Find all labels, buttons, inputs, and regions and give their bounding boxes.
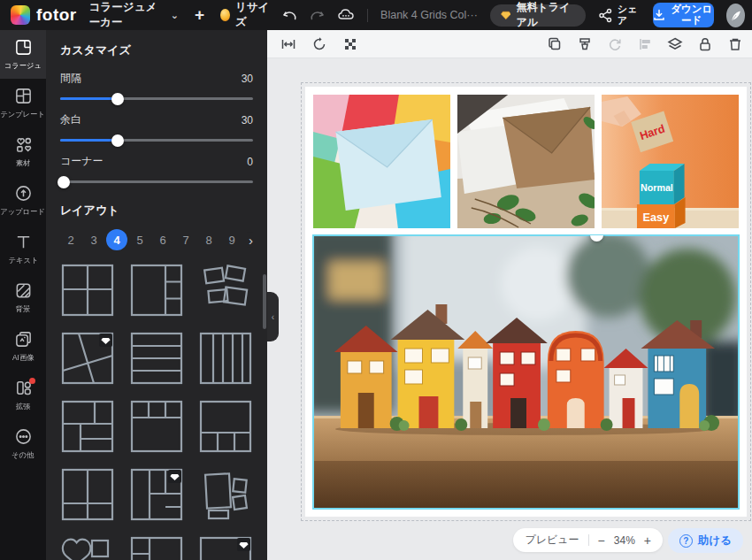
share-button[interactable]: シェア (598, 4, 641, 26)
layout-thumb-scatter[interactable] (198, 263, 253, 318)
undo-button[interactable] (282, 6, 297, 24)
premium-badge (99, 334, 112, 347)
rail-item-text[interactable]: テキスト (0, 225, 46, 273)
count-tab-8[interactable]: 8 (198, 229, 219, 250)
diamond-gem-icon (501, 10, 511, 21)
zoom-level: 34% (614, 534, 635, 547)
count-tab-5[interactable]: 5 (129, 229, 150, 250)
elements-icon (13, 135, 33, 155)
preview-button[interactable]: プレビュー (525, 533, 579, 548)
canvas-region: Hard Normal Easy (267, 30, 752, 560)
layout-thumb-rows-4[interactable] (129, 331, 184, 386)
collage-canvas[interactable]: Hard Normal Easy (305, 87, 747, 517)
document-title[interactable]: Blank 4 Grids Col··· (380, 9, 478, 21)
zoom-in-button[interactable]: + (644, 533, 651, 548)
duplicate-icon[interactable] (546, 35, 563, 52)
count-tab-2[interactable]: 2 (60, 229, 81, 250)
margin-value: 30 (242, 114, 253, 127)
counts-next-arrow[interactable]: › (247, 233, 253, 248)
spacing-slider-thumb[interactable] (111, 93, 124, 105)
count-tab-3[interactable]: 3 (83, 229, 104, 250)
collage-cell-envelopes[interactable] (313, 95, 450, 228)
redo-step-icon (606, 35, 623, 52)
layout-thumb-big-left[interactable] (129, 263, 184, 318)
rail-label: テキスト (8, 255, 38, 265)
background-icon (13, 281, 33, 301)
collage-cell-blocks[interactable]: Hard Normal Easy (602, 95, 739, 228)
rail-item-apps[interactable]: 拡張 (0, 371, 46, 419)
corner-label: コーナー (60, 154, 104, 169)
cloud-sync-icon[interactable] (337, 6, 355, 24)
layout-thumb-freeform[interactable] (198, 467, 253, 522)
customize-title: カスタマイズ (60, 42, 253, 58)
free-trial-button[interactable]: 無料トライアル (490, 4, 586, 27)
layout-thumb-columns[interactable] (198, 331, 253, 386)
collage-cell-houses[interactable] (313, 235, 739, 509)
layout-thumb-heart[interactable] (60, 535, 115, 560)
layout-thumb-grid-2x2[interactable] (60, 263, 115, 318)
download-icon (653, 9, 665, 21)
panel-scrollbar[interactable] (263, 274, 266, 329)
zoom-divider (588, 534, 589, 546)
share-icon (598, 8, 613, 23)
download-button[interactable]: ダウンロード (653, 3, 714, 27)
count-tab-4[interactable]: 4 (106, 229, 127, 250)
zoom-out-button[interactable]: − (598, 533, 605, 548)
layout-thumb-big-top[interactable] (198, 535, 253, 560)
layout-thumb-mosaic[interactable] (60, 399, 115, 454)
transparency-icon[interactable] (341, 35, 358, 52)
margin-slider-thumb[interactable] (111, 134, 124, 147)
rotate-icon[interactable] (311, 35, 327, 52)
layout-thumbnails (60, 263, 253, 560)
rail-label: AI画像 (12, 352, 34, 363)
spacing-slider[interactable] (60, 97, 253, 100)
count-tab-7[interactable]: 7 (175, 229, 196, 250)
corner-slider-thumb[interactable] (58, 176, 70, 188)
format-paint-icon[interactable] (576, 35, 593, 52)
collage-cell-kraft-envelope[interactable] (457, 95, 595, 228)
layout-thumb-diagonal[interactable] (60, 331, 115, 386)
rail-item-templates[interactable]: テンプレート (0, 79, 46, 127)
rail-label: 拡張 (16, 401, 31, 411)
topbar-divider (367, 9, 368, 22)
resize-button[interactable]: リサイズ (220, 0, 270, 30)
app-menu-dropdown[interactable]: コラージュメーカー ⌄ (89, 0, 179, 30)
rail-item-background[interactable]: 背景 (0, 273, 46, 322)
fotor-logo[interactable]: fotor (11, 5, 77, 25)
layout-thumb-bottom-strip[interactable] (198, 399, 253, 454)
redo-button[interactable] (310, 6, 325, 24)
avatar[interactable] (726, 4, 745, 27)
artboard[interactable]: Hard Normal Easy (301, 82, 751, 521)
corner-slider[interactable] (60, 180, 253, 183)
left-rail: コラージュ テンプレート 素材 アップロード テキスト 背景 AI画像 拡張 そ… (0, 30, 46, 560)
new-project-button[interactable]: + (191, 5, 208, 25)
fotor-logo-text: fotor (36, 5, 77, 25)
download-label: ダウンロード (670, 4, 714, 27)
lock-icon[interactable] (696, 35, 713, 52)
rail-item-collage[interactable]: コラージュ (0, 30, 46, 79)
left-panel: カスタマイズ 間隔 30 余白 30 コーナー 0 (46, 30, 267, 560)
question-icon: ? (679, 534, 693, 548)
block-label-normal: Normal (641, 182, 673, 193)
layout-thumb-2col-split[interactable] (60, 467, 115, 522)
layout-thumb-top-strip[interactable] (129, 399, 184, 454)
count-tab-6[interactable]: 6 (152, 229, 173, 250)
rail-item-more[interactable]: その他 (0, 419, 46, 468)
margin-label: 余白 (60, 112, 81, 127)
panel-collapse-tab[interactable]: ‹ (267, 292, 279, 341)
rail-item-ai-image[interactable]: AI画像 (0, 322, 46, 371)
rail-item-elements[interactable]: 素材 (0, 127, 46, 176)
delete-icon[interactable] (726, 35, 743, 52)
fotor-logo-icon (11, 5, 30, 25)
layout-thumb-left-col[interactable] (129, 535, 184, 560)
margin-slider[interactable] (60, 139, 253, 142)
count-tab-9[interactable]: 9 (221, 229, 242, 250)
canvas-size-icon[interactable] (280, 35, 296, 52)
premium-badge (168, 470, 181, 483)
help-button[interactable]: ? 助ける (668, 528, 743, 553)
layers-icon[interactable] (666, 35, 683, 52)
ai-image-icon (13, 330, 33, 349)
layout-thumb-complex[interactable] (129, 467, 184, 522)
rail-item-upload[interactable]: アップロード (0, 176, 46, 225)
premium-badge (237, 538, 250, 551)
